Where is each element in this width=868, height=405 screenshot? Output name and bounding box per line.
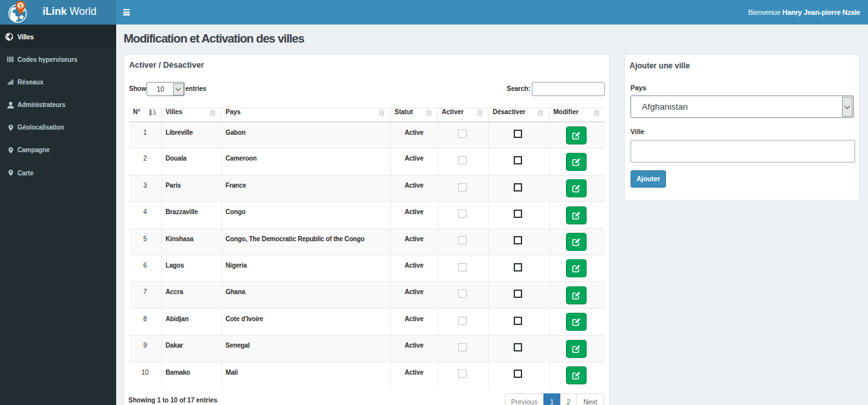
svg-text:$: $ xyxy=(19,3,22,9)
